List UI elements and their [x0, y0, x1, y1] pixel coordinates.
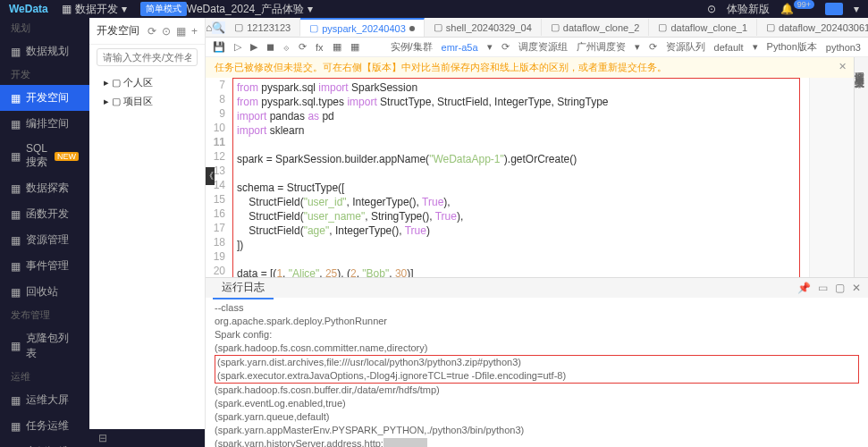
file-tabs: ⌂ 🔍 ▢ 12123123 ▢ pyspark_20240403 ▢ shel…: [206, 18, 868, 38]
nav-recycle[interactable]: ▦ 回收站: [0, 279, 89, 305]
queue-select[interactable]: default: [714, 42, 744, 53]
format-icon[interactable]: ⟐: [283, 42, 290, 53]
refresh-icon[interactable]: ⟳: [147, 25, 156, 38]
nav-resource-mgmt[interactable]: ▦ 资源管理: [0, 227, 89, 253]
home-icon[interactable]: ⌂: [206, 21, 212, 34]
close-warning-icon[interactable]: ✕: [839, 61, 847, 72]
nav-sql-search[interactable]: ▦ SQL 搜索 NEW: [0, 137, 89, 175]
nav-instance-ops[interactable]: ▦ 实例运维: [0, 439, 89, 447]
right-tabs[interactable]: 调度属性 版本 血缘关系: [854, 57, 868, 277]
tree-panel: 开发空间 ⟳ ⊙ ▦ + ▸ ▢ 个人区 ▸ ▢ 项目区 ⊟: [89, 18, 206, 447]
collapse-icon[interactable]: ⊟: [98, 432, 107, 444]
nav-task-ops[interactable]: ▦ 任务运维: [0, 413, 89, 439]
var-icon[interactable]: ▦: [333, 41, 341, 53]
avatar[interactable]: [825, 3, 843, 15]
run2-icon[interactable]: ▶: [250, 41, 257, 53]
search-icon[interactable]: 🔍: [212, 21, 225, 34]
log-max-icon[interactable]: ▢: [835, 282, 845, 294]
product-selector[interactable]: WeData_2024_产品体验 ▾: [187, 2, 313, 17]
instance-select[interactable]: emr-a5a: [442, 42, 478, 53]
folder-icon[interactable]: ▦: [176, 25, 186, 38]
nav-dev-space[interactable]: ▦ 开发空间: [0, 85, 89, 111]
log-close-icon[interactable]: ✕: [852, 282, 861, 294]
tree-title: 开发空间: [97, 23, 139, 38]
sidebar: 规划 ▦ 数据规划 开发 ▦ 开发空间 ▦ 编排空间 ▦ SQL 搜索 NEW …: [0, 18, 89, 447]
mode-badge: 简单模式: [140, 2, 187, 16]
locate-icon[interactable]: ⊙: [162, 25, 171, 38]
tab-1[interactable]: ▢ 12123123: [225, 19, 300, 36]
log-pin-icon[interactable]: 📌: [797, 282, 811, 294]
toolbar: 💾 ▷ ▶ ◼ ⟐ ⟳ fx ▦ ▦ 实例/集群 emr-a5a▾ ⟳ 调度资源…: [206, 38, 868, 57]
tree-search-input[interactable]: [97, 48, 198, 66]
menu-data-dev[interactable]: ▦ 数据开发 ▾: [62, 2, 127, 17]
resource-select[interactable]: 广州调度资: [577, 40, 626, 54]
log-min-icon[interactable]: ▭: [818, 282, 828, 294]
log-content[interactable]: --class org.apache.spark.deploy.PythonRu…: [206, 298, 868, 447]
nav-event-mgmt[interactable]: ▦ 事件管理: [0, 253, 89, 279]
refresh-instance-icon[interactable]: ⟳: [501, 41, 510, 53]
nav-ops-screen[interactable]: ▦ 运维大屏: [0, 387, 89, 413]
nav-clone-list[interactable]: ▦ 克隆包列表: [0, 325, 89, 367]
run-icon[interactable]: ▷: [234, 41, 241, 53]
more-icon[interactable]: ▦: [350, 41, 359, 53]
tree-item-project[interactable]: ▸ ▢ 项目区: [89, 92, 205, 111]
code-editor[interactable]: 789101112131415161718192021222324252627 …: [206, 78, 854, 277]
logo: WeData: [9, 3, 48, 15]
top-bar: WeData ▦ 数据开发 ▾ 简单模式 WeData_2024_产品体验 ▾ …: [0, 0, 868, 18]
bell-icon[interactable]: 🔔99+: [780, 3, 814, 15]
reload-icon[interactable]: ⟳: [299, 41, 307, 53]
tree-item-personal[interactable]: ▸ ▢ 个人区: [89, 73, 205, 92]
stop-icon[interactable]: ◼: [266, 41, 274, 53]
refresh-resource-icon[interactable]: ⟳: [649, 41, 657, 53]
nav-func-dev[interactable]: ▦ 函数开发: [0, 201, 89, 227]
tab-3[interactable]: ▢ shell_20240329_04: [425, 19, 542, 36]
user-dropdown[interactable]: ▾: [854, 3, 859, 15]
minimap[interactable]: [809, 78, 854, 277]
nav-orchestration[interactable]: ▦ 编排空间: [0, 111, 89, 137]
tab-6[interactable]: ▢ dataflow_202403061: [757, 19, 868, 36]
log-tab[interactable]: 运行日志: [213, 277, 274, 299]
nav-data-explore[interactable]: ▦ 数据探索: [0, 175, 89, 201]
tab-5[interactable]: ▢ dataflow_clone_1: [649, 19, 757, 36]
tab-4[interactable]: ▢ dataflow_clone_2: [542, 19, 650, 36]
fx-icon[interactable]: fx: [316, 42, 324, 53]
help-icon[interactable]: ⊙: [707, 3, 716, 15]
add-icon[interactable]: +: [191, 25, 198, 38]
nav-data-planning[interactable]: ▦ 数据规划: [0, 38, 89, 64]
trial-link[interactable]: 体验新版: [727, 2, 770, 17]
save-icon[interactable]: 💾: [213, 41, 225, 53]
collapse-handle[interactable]: 《: [206, 167, 215, 185]
warning-bar: 任务已被修改但未提交。可在右侧【版本】中对比当前保存内容和线上版本的区别，或者重…: [206, 57, 854, 78]
tab-2[interactable]: ▢ pyspark_20240403: [300, 18, 425, 37]
python-select[interactable]: python3: [826, 42, 861, 53]
